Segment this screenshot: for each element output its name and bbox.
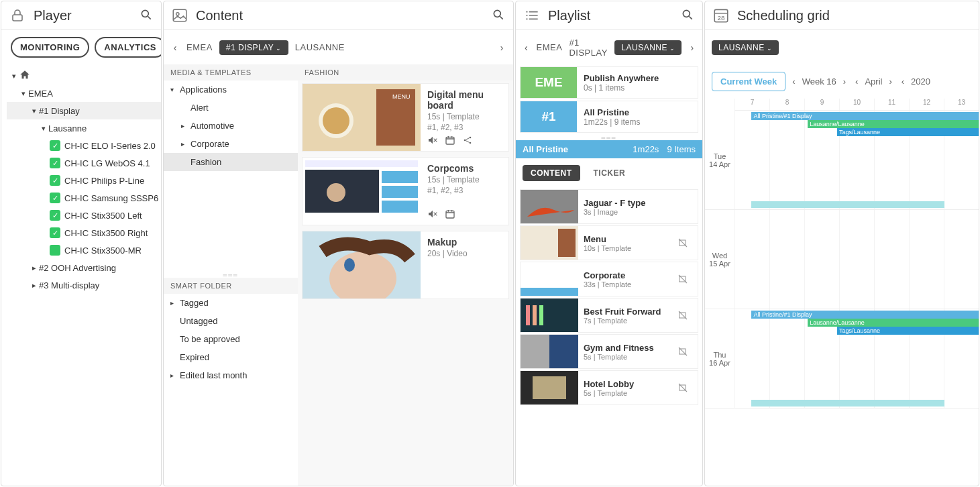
tree-device[interactable]: ✓CH-IC Samsung SSSP6 [7, 189, 161, 207]
day-cells[interactable] [734, 210, 979, 309]
analytics-button[interactable]: ANALYTICS [95, 37, 162, 58]
breadcrumb-item-active[interactable]: #1 DISPLAY⌄ [219, 40, 288, 55]
active-duration: 1m22s [633, 144, 659, 154]
disabled-icon[interactable] [677, 310, 698, 321]
svg-point-11 [464, 140, 466, 142]
tree-device[interactable]: ✓CH-IC Stix3500 Left [7, 207, 161, 224]
search-icon[interactable] [492, 8, 506, 23]
tree-node-display2[interactable]: ▸ #2 OOH Advertising [7, 259, 161, 276]
schedule-band[interactable]: All Pristine/#1 Display [751, 311, 979, 319]
playlist-item[interactable]: Best Fruit Forward7s | Template [520, 298, 698, 333]
playlist-item[interactable]: Gym and Fitness5s | Template [520, 334, 698, 369]
resize-handle-icon[interactable]: ═══ [516, 135, 702, 140]
tree-node-display3[interactable]: ▸ #3 Multi-display [7, 276, 161, 294]
media-card[interactable]: MENU Digital menu board 15s | Template #… [302, 83, 509, 152]
thumbnail [521, 190, 578, 223]
playlist-card[interactable]: EME Publish Anywhere0s | 1 items [520, 66, 698, 99]
tree-device[interactable]: ✓CH-IC Stix3500 Right [7, 224, 161, 241]
breadcrumb-item[interactable]: EMEA [186, 42, 213, 52]
media-card[interactable]: Corpcoms 15s | Template #1, #2, #3 [302, 157, 509, 225]
breadcrumb-item-active[interactable]: LAUSANNE⌄ [614, 40, 682, 55]
chevron-right-icon[interactable]: › [688, 42, 696, 53]
tree-root[interactable]: ▾ [7, 67, 161, 85]
search-icon[interactable] [140, 8, 154, 23]
schedule-band[interactable] [751, 201, 944, 208]
playlist-card[interactable]: #1 All Pristine1m22s | 9 items [520, 101, 698, 133]
schedule-band[interactable] [751, 400, 944, 407]
media-card[interactable]: Makup 20s | Video [302, 231, 509, 299]
playlist-item[interactable]: Menu10s | Template [520, 225, 698, 260]
folder-alert[interactable]: Alert [164, 99, 298, 117]
tree-node-emea[interactable]: ▾ EMEA [7, 85, 161, 102]
smart-untagged[interactable]: Untagged [164, 312, 298, 330]
playlist-item[interactable]: Hotel Lobby5s | Template [520, 370, 698, 405]
chevron-right-icon[interactable]: ▸ [170, 372, 174, 379]
tree-device[interactable]: CH-IC Stix3500-MR [7, 241, 161, 259]
schedule-band[interactable]: All Pristine/#1 Display [751, 112, 979, 120]
smart-expired[interactable]: Expired [164, 348, 298, 366]
breadcrumb-item[interactable]: EMEA [537, 42, 563, 52]
smart-edited[interactable]: ▸Edited last month [164, 366, 298, 384]
chevron-left-icon[interactable]: ‹ [523, 42, 530, 53]
chevron-right-icon[interactable]: › [886, 76, 894, 87]
disabled-icon[interactable] [677, 346, 698, 357]
breadcrumb-item[interactable]: #1 DISPLAY [569, 38, 608, 58]
list-icon [523, 6, 541, 25]
chevron-right-icon[interactable]: › [840, 76, 849, 87]
svg-rect-26 [521, 190, 578, 223]
folder-fashion[interactable]: Fashion [164, 153, 298, 171]
resize-handle-icon[interactable]: ═══ [164, 272, 298, 278]
folder-automotive[interactable]: ▸Automotive [164, 117, 298, 135]
tree-node-lausanne[interactable]: ▾ Lausanne [7, 119, 161, 137]
schedule-band[interactable]: Lausanne/Lausanne [808, 319, 979, 327]
svg-point-4 [494, 10, 500, 17]
grid-controls: Current Week ‹ Week 16 › ‹ April › ‹ 202… [705, 64, 979, 99]
current-week-button[interactable]: Current Week [712, 72, 785, 91]
disabled-icon[interactable] [677, 382, 698, 393]
day-cells[interactable]: All Pristine/#1 Display Lausanne/Lausann… [734, 111, 979, 209]
tree-node-display1[interactable]: ▾ #1 Display [7, 102, 161, 119]
disabled-icon[interactable] [677, 237, 698, 248]
playlist-item[interactable]: Jaguar - F type3s | Image [520, 189, 698, 224]
playlist-item[interactable]: Corporate33s | Template [520, 262, 698, 296]
schedule-band[interactable]: Lausanne/Lausanne [808, 120, 979, 128]
tree-device[interactable]: ✓CH-IC LG WebOS 4.1 [7, 154, 161, 172]
tree-device[interactable]: ✓CH-IC ELO I-Series 2.0 [7, 137, 161, 154]
chevron-right-icon[interactable]: ▸ [30, 281, 39, 290]
tree-device[interactable]: ✓CH-IC Philips P-Line [7, 172, 161, 189]
month-label: April [865, 76, 882, 87]
chevron-right-icon[interactable]: ▸ [181, 122, 184, 129]
monitoring-button[interactable]: MONITORING [11, 37, 89, 58]
chevron-down-icon[interactable]: ▾ [9, 72, 19, 80]
chevron-left-icon[interactable]: ‹ [790, 76, 798, 87]
search-icon[interactable] [681, 8, 696, 23]
chevron-down-icon[interactable]: ▾ [30, 107, 39, 115]
svg-rect-36 [539, 305, 543, 325]
playlist-breadcrumb: ‹ EMEA #1 DISPLAY LAUSANNE⌄ › [516, 30, 702, 64]
tab-ticker[interactable]: TICKER [586, 165, 634, 181]
day-cells[interactable]: All Pristine/#1 Display Lausanne/Lausann… [734, 309, 979, 408]
schedule-band[interactable]: Tags/Lausanne [837, 327, 979, 335]
chevron-down-icon[interactable]: ▾ [39, 124, 48, 133]
disabled-icon[interactable] [677, 274, 698, 284]
smart-tagged[interactable]: ▸Tagged [164, 294, 298, 312]
breadcrumb-item-active[interactable]: LAUSANNE⌄ [712, 40, 779, 55]
chevron-right-icon[interactable]: ▸ [30, 264, 39, 272]
smart-tobeapproved[interactable]: To be approved [164, 330, 298, 348]
section-header-fashion: FASHION [298, 64, 513, 80]
tab-content[interactable]: CONTENT [523, 165, 580, 181]
chevron-left-icon[interactable]: ‹ [170, 42, 180, 53]
chevron-down-icon[interactable]: ▾ [170, 86, 174, 93]
chevron-left-icon[interactable]: ‹ [899, 76, 907, 87]
chevron-right-icon[interactable]: ▸ [170, 299, 174, 307]
folder-corporate[interactable]: ▸Corporate [164, 135, 298, 153]
chevron-right-icon[interactable]: ▸ [181, 140, 184, 148]
breadcrumb-item[interactable]: LAUSANNE [295, 42, 345, 52]
playlist-card-title: All Pristine [584, 107, 640, 117]
day-label: Tue14 Apr [705, 111, 734, 209]
chevron-left-icon[interactable]: ‹ [853, 76, 861, 87]
schedule-band[interactable]: Tags/Lausanne [837, 128, 979, 136]
folder-applications[interactable]: ▾Applications [164, 80, 298, 99]
chevron-down-icon[interactable]: ▾ [19, 89, 28, 98]
chevron-right-icon[interactable]: › [497, 42, 506, 53]
